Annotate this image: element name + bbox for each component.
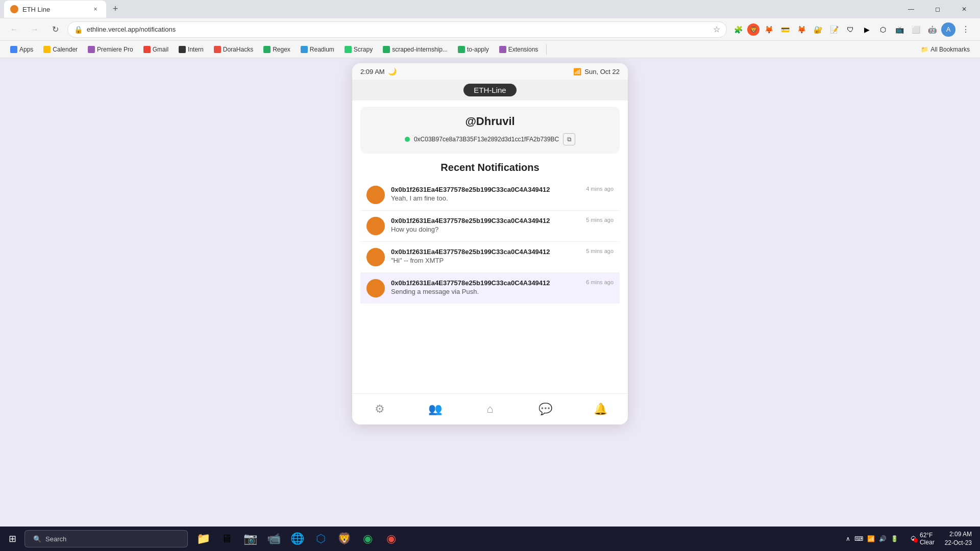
sidebar-icon[interactable]: ⬜	[909, 22, 923, 37]
weather-notification-dot	[914, 538, 918, 542]
screen-icon[interactable]: 📺	[892, 22, 906, 37]
system-clock[interactable]: 2:09 AM 22-Oct-23	[941, 530, 976, 547]
bookmark-item-gmail[interactable]: Gmail	[139, 45, 173, 54]
bookmark-item-readium[interactable]: Readium	[297, 45, 338, 54]
bookmark-item-scrapy[interactable]: Scrapy	[340, 45, 377, 54]
notification-item-2[interactable]: 0x0b1f2631Ea4E377578e25b199C33ca0C4A3494…	[360, 211, 620, 242]
notif-body-4: 0x0b1f2631Ea4E377578e25b199C33ca0C4A3494…	[391, 279, 580, 295]
maximize-button[interactable]: ◻	[926, 0, 949, 18]
close-button[interactable]: ✕	[952, 0, 976, 18]
notification-item-3[interactable]: 0x0b1f2631Ea4E377578e25b199C33ca0C4A3494…	[360, 242, 620, 273]
weather-notification-area: 🌤	[911, 535, 917, 542]
bookmark-label-dorahacks: DoraHacks	[223, 46, 253, 53]
system-tray[interactable]: ∧ ⌨ 📶 🔊 🔋	[840, 527, 904, 551]
taskbar-red-app[interactable]: ◉	[380, 528, 402, 550]
chat-nav-item[interactable]: 💬	[535, 399, 555, 419]
readium-bookmark-icon	[301, 46, 308, 53]
wallet-status-dot	[405, 137, 410, 142]
bookmark-item-scraped-internship[interactable]: scraped-internship...	[379, 45, 452, 54]
taskbar-terminal[interactable]: 🖥	[215, 528, 238, 550]
bookmark-item-premiere[interactable]: Premiere Pro	[84, 45, 137, 54]
tab-close-button[interactable]: ×	[91, 5, 100, 14]
app-header: ETH-Line	[352, 80, 628, 101]
phone-mockup: 2:09 AM 🌙 📶 Sun, Oct 22 ETH-Line @Dhruvi…	[352, 63, 628, 424]
brave-icon[interactable]: 🦁	[747, 23, 760, 36]
bitwarden-icon[interactable]: 🔐	[811, 22, 825, 37]
taskbar-app-icons: 📁 🖥 📷 📹 🌐 ⬡ 🦁 ◉ ◉	[192, 528, 402, 550]
taskbar-file-explorer[interactable]: 📁	[192, 528, 214, 550]
address-bar[interactable]: 🔒 ethline.vercel.app/notifications ☆	[67, 21, 727, 38]
bookmark-item-dorahacks[interactable]: DoraHacks	[210, 45, 257, 54]
taskbar-camera[interactable]: 📷	[239, 528, 261, 550]
extensions-icon[interactable]: 🧩	[731, 22, 745, 37]
bookmark-star-icon[interactable]: ☆	[713, 24, 720, 34]
bookmark-label-apps: Apps	[19, 46, 33, 53]
signal-icon: 📶	[573, 68, 581, 76]
scrapy-bookmark-icon	[345, 46, 352, 53]
contacts-nav-item[interactable]: 👥	[425, 399, 445, 419]
notif-avatar-1	[366, 186, 385, 204]
active-tab[interactable]: ETH Line ×	[4, 1, 106, 18]
chat-icon: 💬	[538, 403, 552, 416]
notif-body-2: 0x0b1f2631Ea4E377578e25b199C33ca0C4A3494…	[391, 217, 580, 233]
empty-content-area	[352, 304, 628, 385]
bookmark-item-extensions[interactable]: Extensions	[495, 45, 543, 54]
taskbar-chrome[interactable]: 🌐	[286, 528, 308, 550]
bookmark-label-readium: Readium	[310, 46, 334, 53]
clock-time: 2:09 AM	[945, 530, 972, 539]
taskbar-search-text: Search	[45, 535, 66, 543]
notification-item-4[interactable]: 0x0b1f2631Ea4E377578e25b199C33ca0C4A3494…	[360, 273, 620, 304]
main-content: 2:09 AM 🌙 📶 Sun, Oct 22 ETH-Line @Dhruvi…	[0, 58, 980, 551]
bookmark-item-regex[interactable]: Regex	[259, 45, 295, 54]
wallet-icon[interactable]: 💳	[778, 22, 792, 37]
profile-button[interactable]: A	[941, 22, 955, 37]
battery-icon: 🔋	[891, 535, 898, 542]
copy-address-button[interactable]: ⧉	[563, 133, 575, 145]
all-bookmarks-button[interactable]: 📁 All Bookmarks	[917, 45, 974, 54]
dorahacks-bookmark-icon	[214, 46, 221, 53]
bookmark-item-intern[interactable]: Intern	[175, 45, 208, 54]
more-menu-button[interactable]: ⋮	[958, 21, 974, 38]
bookmarks-right: 📁 All Bookmarks	[917, 45, 974, 54]
refresh-button[interactable]: ↻	[47, 21, 63, 38]
firefox-icon[interactable]: 🦊	[762, 22, 776, 37]
status-bar: 2:09 AM 🌙 📶 Sun, Oct 22	[352, 63, 628, 80]
notif-time-1: 4 mins ago	[586, 186, 614, 192]
taskbar-green-app[interactable]: ◉	[356, 528, 379, 550]
taskbar-video[interactable]: 📹	[262, 528, 285, 550]
leo-ai-icon[interactable]: 🤖	[925, 22, 939, 37]
new-tab-button[interactable]: +	[108, 2, 122, 16]
home-nav-item[interactable]: ⌂	[480, 399, 500, 419]
notif-body-3: 0x0b1f2631Ea4E377578e25b199C33ca0C4A3494…	[391, 248, 580, 264]
taskbar-brave[interactable]: 🦁	[333, 528, 355, 550]
notif-message-1: Yeah, I am fine too.	[391, 194, 580, 202]
youtube-icon[interactable]: ▶	[860, 22, 874, 37]
notif-time-2: 5 mins ago	[586, 217, 614, 223]
taskbar-vscode[interactable]: ⬡	[309, 528, 332, 550]
bookmark-item-apps[interactable]: Apps	[6, 45, 37, 54]
weather-temp: 62°F	[920, 532, 935, 539]
status-date: Sun, Oct 22	[584, 68, 620, 76]
notif-sender-3: 0x0b1f2631Ea4E377578e25b199C33ca0C4A3494…	[391, 248, 580, 256]
bookmarks-bar: Apps Calender Premiere Pro Gmail Intern …	[0, 41, 980, 58]
back-button[interactable]: ←	[6, 21, 22, 38]
bookmark-item-calender[interactable]: Calender	[39, 45, 82, 54]
start-button[interactable]: ⊞	[0, 527, 24, 551]
metamask-icon[interactable]: 🦊	[794, 22, 808, 37]
settings-nav-item[interactable]: ⚙	[370, 399, 390, 419]
tab-favicon	[10, 5, 18, 13]
notifications-nav-item[interactable]: 🔔	[590, 399, 610, 419]
notification-item-1[interactable]: 0x0b1f2631Ea4E377578e25b199C33ca0C4A3494…	[360, 180, 620, 211]
lastpass-icon[interactable]: ⬡	[876, 22, 890, 37]
notif-message-2: How you doing?	[391, 226, 580, 233]
title-bar: ETH Line × + — ◻ ✕	[0, 0, 980, 18]
weather-widget[interactable]: 🌤 62°F Clear	[906, 527, 939, 551]
grammarly-icon[interactable]: 📝	[827, 22, 841, 37]
minimize-button[interactable]: —	[899, 0, 923, 18]
shields-icon[interactable]: 🛡	[843, 22, 857, 37]
taskbar-search-bar[interactable]: 🔍 Search	[24, 530, 188, 547]
wifi-icon: 📶	[867, 535, 875, 542]
bookmark-item-to-apply[interactable]: to-apply	[454, 45, 493, 54]
forward-button[interactable]: →	[27, 21, 43, 38]
vscode-icon: ⬡	[316, 532, 326, 545]
